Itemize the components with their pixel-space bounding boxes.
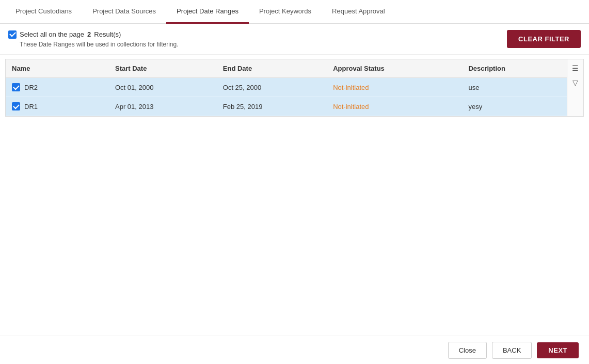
filter-icon[interactable]: ▽ — [570, 77, 581, 88]
tab-keywords[interactable]: Project Keywords — [249, 0, 322, 24]
result-label: Result(s) — [94, 30, 121, 38]
table-side: ☰ ▽ — [567, 59, 583, 116]
col-approval-status: Approval Status — [327, 59, 462, 78]
table-header: Name Start Date End Date Approval Status… — [6, 59, 567, 78]
back-button[interactable]: BACK — [492, 342, 532, 359]
col-start-date: Start Date — [109, 59, 217, 78]
table-row[interactable]: DR1Apr 01, 2013Feb 25, 2019Not-initiated… — [6, 97, 567, 116]
table-body: DR2Oct 01, 2000Oct 25, 2000Not-initiated… — [6, 78, 567, 116]
footer: Close BACK NEXT — [0, 336, 589, 364]
close-button[interactable]: Close — [448, 342, 487, 359]
tab-date-ranges[interactable]: Project Date Ranges — [166, 0, 249, 24]
cell-approval-status: Not-initiated — [327, 97, 462, 116]
table-main: Name Start Date End Date Approval Status… — [6, 59, 567, 116]
top-bar-left: Select all on the page 2 Result(s) These… — [8, 30, 179, 48]
table-container: Name Start Date End Date Approval Status… — [5, 59, 584, 117]
select-all-text: Select all on the page — [20, 30, 84, 38]
result-count: 2 — [87, 30, 91, 38]
tab-custodians[interactable]: Project Custodians — [5, 0, 82, 24]
cell-end-date: Oct 25, 2000 — [217, 78, 327, 97]
tab-approval[interactable]: Request Approval — [322, 0, 395, 24]
table-row[interactable]: DR2Oct 01, 2000Oct 25, 2000Not-initiated… — [6, 78, 567, 97]
cell-name: DR2 — [6, 78, 109, 97]
menu-icon[interactable]: ☰ — [570, 62, 581, 74]
select-all-checkbox[interactable] — [8, 30, 17, 39]
cell-start-date: Oct 01, 2000 — [109, 78, 217, 97]
top-bar: Select all on the page 2 Result(s) These… — [0, 24, 589, 55]
cell-description: yesy — [462, 97, 567, 116]
col-name: Name — [6, 59, 109, 78]
cell-name: DR1 — [6, 97, 109, 116]
data-table: Name Start Date End Date Approval Status… — [6, 59, 567, 116]
clear-filter-button[interactable]: CLEAR FILTER — [507, 30, 581, 48]
cell-end-date: Feb 25, 2019 — [217, 97, 327, 116]
col-description: Description — [462, 59, 567, 78]
tabs-bar: Project CustodiansProject Data SourcesPr… — [0, 0, 589, 24]
tab-data-sources[interactable]: Project Data Sources — [82, 0, 166, 24]
next-button[interactable]: NEXT — [537, 342, 579, 358]
select-all-row: Select all on the page 2 Result(s) — [8, 30, 179, 39]
row-name-text: DR1 — [24, 103, 38, 110]
cell-approval-status: Not-initiated — [327, 78, 462, 97]
row-name-text: DR2 — [24, 84, 38, 91]
hint-text: These Date Ranges will be used in collec… — [20, 41, 179, 48]
cell-description: use — [462, 78, 567, 97]
row-checkbox[interactable] — [12, 83, 20, 91]
col-end-date: End Date — [217, 59, 327, 78]
cell-start-date: Apr 01, 2013 — [109, 97, 217, 116]
row-checkbox[interactable] — [12, 102, 20, 110]
